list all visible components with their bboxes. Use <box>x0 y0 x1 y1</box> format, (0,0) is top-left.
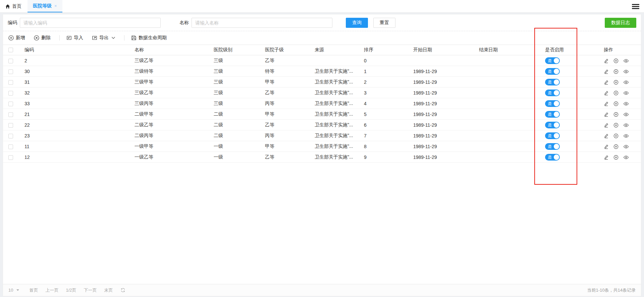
import-button[interactable]: 导入 <box>66 35 83 41</box>
data-log-button[interactable]: 数据日志 <box>605 18 636 28</box>
page-size-select[interactable]: 10 <box>8 288 19 293</box>
edit-icon[interactable] <box>604 69 609 74</box>
edit-icon[interactable] <box>604 91 609 96</box>
row-checkbox[interactable] <box>8 144 13 149</box>
edit-icon[interactable] <box>604 133 609 138</box>
enabled-toggle[interactable]: 是 <box>545 57 560 64</box>
delete-icon[interactable] <box>613 155 619 160</box>
import-label: 导入 <box>74 35 83 41</box>
cell-sublevel: 甲等 <box>260 109 309 120</box>
enabled-toggle[interactable]: 是 <box>545 111 560 118</box>
row-checkbox[interactable] <box>8 123 13 128</box>
row-checkbox[interactable] <box>8 155 13 160</box>
record-count-summary: 当前1-10条，共14条记录 <box>587 287 636 293</box>
table-row: 23 二级丙等 二级 丙等 卫生部关于实施"... 7 1989-11-29 是 <box>3 130 641 141</box>
cell-level: 二级 <box>208 120 260 130</box>
view-icon[interactable] <box>623 69 629 74</box>
cell-sublevel: 乙等 <box>260 55 309 66</box>
lifecycle-label: 数据生命周期 <box>139 35 167 41</box>
add-button[interactable]: 新增 <box>8 35 25 41</box>
view-icon[interactable] <box>623 80 629 85</box>
header-level: 医院级别 <box>208 45 260 55</box>
enabled-toggle[interactable]: 是 <box>545 132 560 139</box>
row-checkbox[interactable] <box>8 112 13 117</box>
delete-icon[interactable] <box>613 144 619 149</box>
edit-icon[interactable] <box>604 112 609 117</box>
pagination-bar: 10 首页 上一页 1/2页 下一页 末页 当前1-10条，共14条记录 <box>3 284 641 296</box>
next-page-button[interactable]: 下一页 <box>84 287 97 293</box>
delete-icon[interactable] <box>613 112 619 117</box>
code-input[interactable] <box>20 18 161 28</box>
row-checkbox[interactable] <box>8 91 13 96</box>
toolbar-divider <box>59 35 60 41</box>
delete-icon[interactable] <box>613 80 619 85</box>
cell-sublevel: 丙等 <box>260 130 309 141</box>
view-icon[interactable] <box>623 133 629 138</box>
view-icon[interactable] <box>623 91 629 96</box>
first-page-button[interactable]: 首页 <box>29 287 38 293</box>
enabled-toggle[interactable]: 是 <box>545 122 560 128</box>
reset-button[interactable]: 重置 <box>373 18 395 28</box>
cell-name: 三级丙等 <box>129 98 208 109</box>
cell-start-date: 1989-11-29 <box>408 77 474 87</box>
cell-source: 卫生部关于实施"... <box>309 87 359 98</box>
row-checkbox[interactable] <box>8 69 13 74</box>
edit-icon[interactable] <box>604 101 609 106</box>
cell-sublevel: 乙等 <box>260 152 309 163</box>
row-checkbox[interactable] <box>8 59 13 63</box>
view-icon[interactable] <box>623 58 629 63</box>
prev-page-button[interactable]: 上一页 <box>45 287 58 293</box>
view-icon[interactable] <box>623 123 629 128</box>
cell-name: 二级甲等 <box>129 109 208 120</box>
delete-icon[interactable] <box>613 69 619 74</box>
cell-code: 12 <box>19 152 129 163</box>
delete-icon[interactable] <box>613 133 619 138</box>
delete-icon[interactable] <box>613 58 619 63</box>
enabled-toggle[interactable]: 是 <box>545 90 560 96</box>
query-button[interactable]: 查询 <box>346 18 368 28</box>
export-button[interactable]: 导出 <box>92 35 115 41</box>
view-icon[interactable] <box>623 101 629 106</box>
enabled-toggle[interactable]: 是 <box>545 154 560 161</box>
view-icon[interactable] <box>623 112 629 117</box>
delete-icon[interactable] <box>613 101 619 106</box>
code-label: 编码 <box>8 20 17 26</box>
cell-end-date <box>474 66 540 77</box>
select-all-checkbox[interactable] <box>8 48 13 52</box>
cell-start-date: 1989-11-29 <box>408 141 474 152</box>
toolbar: 新增 删除 导入 导出 <box>3 31 641 45</box>
tab-close-icon[interactable]: × <box>54 3 57 8</box>
cell-level: 三级 <box>208 87 260 98</box>
table-row: 11 一级甲等 一级 甲等 卫生部关于实施"... 8 1989-11-29 是 <box>3 141 641 152</box>
view-icon[interactable] <box>623 144 629 149</box>
edit-icon[interactable] <box>604 80 609 85</box>
enabled-toggle[interactable]: 是 <box>545 79 560 85</box>
tab-home[interactable]: 首页 <box>0 0 28 12</box>
enabled-toggle[interactable]: 是 <box>545 143 560 150</box>
edit-icon[interactable] <box>604 123 609 128</box>
name-input[interactable] <box>192 18 332 28</box>
delete-icon[interactable] <box>613 91 619 96</box>
lifecycle-button[interactable]: 数据生命周期 <box>131 35 167 41</box>
delete-button[interactable]: 删除 <box>34 35 51 41</box>
enabled-toggle[interactable]: 是 <box>545 100 560 107</box>
edit-icon[interactable] <box>604 144 609 149</box>
cell-end-date <box>474 87 540 98</box>
table-header-row: 编码 名称 医院级别 医院子级 来源 排序 开始日期 结束日期 是否启用 操作 <box>3 45 641 55</box>
row-checkbox[interactable] <box>8 134 13 138</box>
cell-source: 卫生部关于实施"... <box>309 66 359 77</box>
table-container: 编码 名称 医院级别 医院子级 来源 排序 开始日期 结束日期 是否启用 操作 … <box>3 45 641 284</box>
edit-icon[interactable] <box>604 58 609 63</box>
row-checkbox[interactable] <box>8 102 13 106</box>
menu-hamburger-icon[interactable] <box>632 3 639 10</box>
view-icon[interactable] <box>623 155 629 160</box>
last-page-button[interactable]: 末页 <box>104 287 113 293</box>
tab-hospital-grade[interactable]: 医院等级 × <box>28 0 62 12</box>
delete-icon[interactable] <box>613 123 619 128</box>
cell-name: 一级乙等 <box>129 152 208 163</box>
refresh-icon[interactable] <box>120 288 125 293</box>
row-checkbox[interactable] <box>8 80 13 85</box>
enabled-toggle[interactable]: 是 <box>545 68 560 75</box>
name-label: 名称 <box>179 20 189 26</box>
edit-icon[interactable] <box>604 155 609 160</box>
